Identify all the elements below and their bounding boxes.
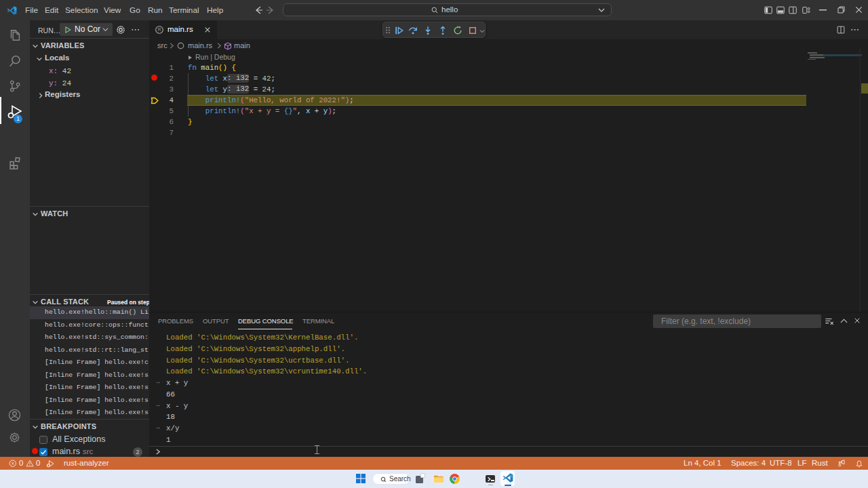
- svg-text:R: R: [158, 27, 161, 32]
